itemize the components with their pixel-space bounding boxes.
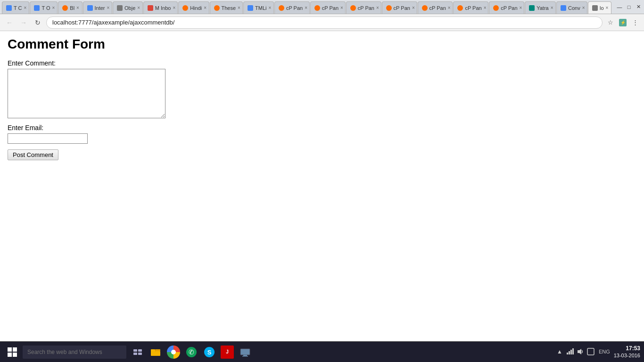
svg-rect-0: [133, 349, 137, 352]
tab-close-18[interactable]: ×: [606, 5, 609, 10]
chrome-taskbar-icon[interactable]: [166, 345, 181, 360]
browser-tab-9[interactable]: cP Pan×: [274, 1, 310, 14]
window-controls: — □ ✕: [616, 3, 642, 11]
forward-button[interactable]: →: [18, 17, 29, 28]
language-label[interactable]: ENG: [598, 347, 611, 356]
browser-tab-4[interactable]: Obje×: [113, 1, 143, 14]
browser-tab-13[interactable]: cP Pan×: [418, 1, 453, 14]
volume-tray-icon[interactable]: [576, 347, 585, 356]
menu-icon[interactable]: ⋮: [630, 17, 640, 28]
network-tray-icon[interactable]: [566, 347, 574, 356]
maximize-button[interactable]: □: [625, 3, 633, 11]
clock-date: 13-03-2016: [614, 352, 640, 359]
tray-expand-icon[interactable]: ▲: [555, 347, 564, 356]
browser-tab-11[interactable]: cP Pan×: [346, 1, 381, 14]
minimize-button[interactable]: —: [616, 3, 623, 11]
browser-tab-14[interactable]: cP Pan×: [453, 1, 488, 14]
address-text: localhost:7777/ajaxexample/ajaxcommentdb…: [52, 19, 174, 26]
start-button[interactable]: [4, 344, 21, 361]
svg-marker-18: [578, 349, 581, 354]
svg-rect-6: [155, 349, 160, 351]
clock[interactable]: 17:53 13-03-2016: [614, 345, 640, 359]
tab-label-13: cP Pan: [429, 5, 446, 11]
tab-label-8: TMLi: [255, 5, 266, 11]
tab-close-9[interactable]: ×: [305, 5, 307, 10]
back-button[interactable]: ←: [4, 17, 15, 28]
skype-icon[interactable]: S: [202, 345, 217, 360]
tab-favicon-18: [592, 5, 598, 11]
tab-favicon-8: [248, 5, 253, 11]
browser-tab-10[interactable]: cP Pan×: [310, 1, 346, 14]
taskbar-right: ▲: [555, 345, 640, 359]
notification-tray-icon[interactable]: [586, 347, 595, 356]
page-title: Comment Form: [8, 37, 636, 52]
browser-tab-5[interactable]: M Inbo×: [143, 1, 178, 14]
browser-tab-0[interactable]: T C×: [2, 1, 29, 14]
address-bar[interactable]: localhost:7777/ajaxexample/ajaxcommentdb…: [46, 16, 603, 29]
title-bar: T C×T O×Bl×Inter×Obje×M Inbo×Hindi×These…: [0, 0, 644, 14]
tab-label-4: Obje: [124, 5, 135, 11]
tab-label-12: cP Pan: [394, 5, 410, 11]
close-button[interactable]: ✕: [635, 3, 642, 11]
tab-favicon-9: [279, 5, 284, 11]
browser-tab-1[interactable]: T O×: [30, 1, 58, 14]
extensions-icon[interactable]: ⚡: [618, 17, 628, 28]
post-comment-button[interactable]: Post Comment: [8, 149, 58, 160]
browser-tab-18[interactable]: lo×: [588, 1, 611, 14]
tab-close-16[interactable]: ×: [551, 5, 553, 10]
tab-label-2: Bl: [70, 5, 74, 11]
browser-tab-3[interactable]: Inter×: [83, 1, 113, 14]
tab-close-11[interactable]: ×: [376, 5, 379, 10]
tab-close-14[interactable]: ×: [484, 5, 487, 10]
tab-close-15[interactable]: ×: [520, 5, 522, 10]
tab-close-5[interactable]: ×: [173, 5, 175, 10]
comment-textarea[interactable]: [8, 69, 165, 118]
browser-tab-15[interactable]: cP Pan×: [489, 1, 524, 14]
tab-close-8[interactable]: ×: [269, 5, 272, 10]
task-view-button[interactable]: [130, 345, 145, 360]
tab-favicon-0: [6, 5, 12, 11]
tab-close-2[interactable]: ×: [76, 5, 79, 10]
email-label: Enter Email:: [8, 124, 636, 132]
tab-close-0[interactable]: ×: [24, 5, 27, 10]
tab-label-3: Inter: [95, 5, 105, 11]
browser-tab-12[interactable]: cP Pan×: [382, 1, 417, 14]
file-explorer-icon[interactable]: [148, 345, 163, 360]
tab-label-10: cP Pan: [322, 5, 339, 11]
tab-label-15: cP Pan: [501, 5, 517, 11]
browser-tab-7[interactable]: These×: [210, 1, 243, 14]
tab-close-6[interactable]: ×: [204, 5, 206, 10]
svg-rect-15: [569, 351, 570, 354]
browser-tab-8[interactable]: TMLi×: [243, 1, 274, 14]
tab-close-12[interactable]: ×: [412, 5, 415, 10]
tab-close-1[interactable]: ×: [52, 5, 55, 10]
page-content: Comment Form Enter Comment: Enter Email:…: [0, 31, 644, 341]
svg-rect-12: [243, 355, 247, 356]
browser-tab-2[interactable]: Bl×: [58, 1, 82, 14]
svg-rect-1: [138, 349, 142, 352]
email-input[interactable]: [8, 133, 88, 144]
browser-tab-6[interactable]: Hindi×: [178, 1, 209, 14]
network-icon[interactable]: [238, 345, 253, 360]
tab-favicon-6: [182, 5, 188, 11]
tab-close-3[interactable]: ×: [107, 5, 110, 10]
svg-rect-14: [567, 353, 568, 354]
reload-button[interactable]: ↻: [32, 17, 43, 28]
svg-text:✆: ✆: [189, 348, 194, 356]
svg-rect-3: [138, 353, 142, 355]
tab-close-4[interactable]: ×: [137, 5, 140, 10]
taskbar-search[interactable]: [23, 346, 126, 359]
bookmark-icon[interactable]: ☆: [605, 17, 616, 28]
phone-icon[interactable]: ✆: [184, 345, 199, 360]
tab-label-1: T O: [41, 5, 50, 11]
tab-favicon-12: [386, 5, 392, 11]
browser-tab-16[interactable]: Yatra×: [525, 1, 556, 14]
tab-close-10[interactable]: ×: [340, 5, 343, 10]
tab-close-13[interactable]: ×: [448, 5, 451, 10]
java-icon[interactable]: J: [220, 345, 235, 360]
tabs-area: T C×T O×Bl×Inter×Obje×M Inbo×Hindi×These…: [2, 0, 612, 14]
browser-tab-17[interactable]: Conv×: [556, 1, 587, 14]
svg-rect-13: [242, 356, 248, 357]
tab-close-7[interactable]: ×: [238, 5, 240, 10]
tab-close-17[interactable]: ×: [582, 5, 585, 10]
